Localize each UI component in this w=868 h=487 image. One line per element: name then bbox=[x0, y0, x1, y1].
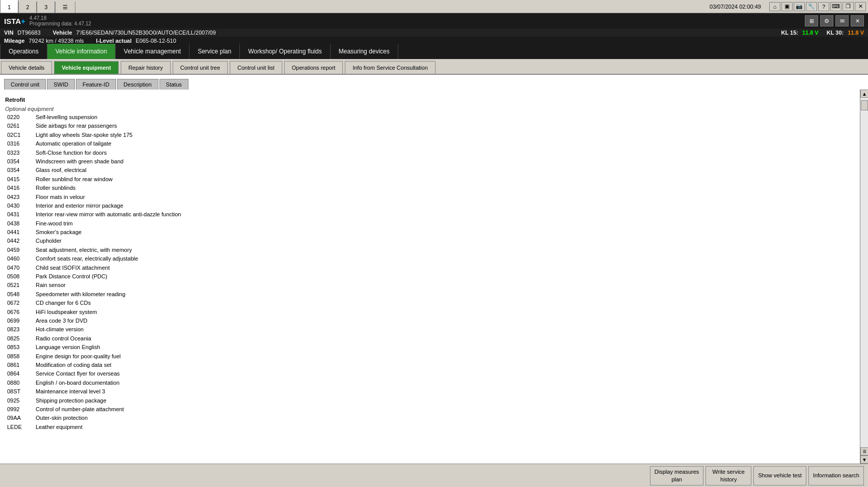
settings-icon-group: ⊞ ⚙ ✉ ✕ bbox=[805, 15, 864, 26]
prog-version-value: 4.47.12 bbox=[74, 21, 91, 26]
nav-tab-operations[interactable]: Operations bbox=[0, 44, 47, 59]
display-measures-btn[interactable]: Display measures plan bbox=[650, 466, 703, 485]
subnav-control-unit-tree[interactable]: Control unit tree bbox=[173, 61, 228, 74]
equipment-description: Radio control Oceania bbox=[36, 335, 91, 342]
content-scroll-area: Retrofit Optional equipment 0220Self-lev… bbox=[0, 90, 868, 464]
window-tab-list[interactable]: ☰ bbox=[55, 2, 75, 13]
nav-tab-measuring[interactable]: Measuring devices bbox=[331, 44, 398, 59]
main-content: Control unit SWID Feature-ID Description… bbox=[0, 75, 868, 487]
camera-btn[interactable]: 📷 bbox=[794, 2, 805, 11]
close-btn[interactable]: ✕ bbox=[855, 2, 866, 11]
keyboard-btn[interactable]: ⌨ bbox=[830, 2, 842, 11]
equipment-description: Leather equipment bbox=[36, 423, 83, 431]
equipment-row: 0459Seat adjustment, electric, with memo… bbox=[5, 246, 855, 254]
nav-tab-vehicle-mgmt[interactable]: Vehicle management bbox=[116, 44, 189, 59]
equipment-code: 0672 bbox=[7, 299, 28, 307]
equipment-row: 0861Modification of coding data set bbox=[5, 361, 855, 369]
right-scrollbar[interactable]: ▲ ≡ ▼ bbox=[860, 90, 868, 464]
wrench-btn[interactable]: 🔧 bbox=[806, 2, 817, 11]
equipment-row: 0880English / on-board documentation bbox=[5, 379, 855, 387]
equipment-code: 0853 bbox=[7, 343, 28, 351]
window-tab-1[interactable]: 1 bbox=[0, 0, 18, 13]
subnav-vehicle-details[interactable]: Vehicle details bbox=[1, 61, 52, 74]
equipment-code: 0880 bbox=[7, 379, 28, 387]
equipment-description: Windscreen with green shade band bbox=[36, 158, 123, 165]
kl30-label: KL 30: bbox=[827, 30, 844, 36]
write-service-btn[interactable]: Write service history bbox=[706, 466, 751, 485]
equipment-code: 0858 bbox=[7, 353, 28, 360]
scrollbar-track bbox=[860, 98, 868, 447]
equipment-code: 0460 bbox=[7, 255, 28, 263]
equipment-code: 0423 bbox=[7, 193, 28, 201]
restore-btn[interactable]: ❐ bbox=[843, 2, 854, 11]
equipment-description: Interior rear-view mirror with automatic… bbox=[36, 211, 181, 218]
equipment-code: 0416 bbox=[7, 184, 28, 192]
mail-icon-btn[interactable]: ✉ bbox=[835, 15, 849, 26]
equipment-code: 0442 bbox=[7, 237, 28, 245]
equipment-row: 0508Park Distance Control (PDC) bbox=[5, 272, 855, 281]
equipment-code: 0415 bbox=[7, 176, 28, 183]
equipment-description: Roller sunblinds bbox=[36, 184, 75, 192]
equipment-row: 0858Engine design for poor-quality fuel bbox=[5, 352, 855, 361]
subnav-control-unit-list[interactable]: Control unit list bbox=[230, 61, 282, 74]
equipment-row: 0699Area code 3 for DVD bbox=[5, 317, 855, 325]
subnav-vehicle-equip[interactable]: Vehicle equipment bbox=[54, 61, 119, 74]
show-vehicle-test-btn[interactable]: Show vehicle test bbox=[753, 466, 806, 485]
subnav-operations-report[interactable]: Operations report bbox=[284, 61, 343, 74]
close2-icon-btn[interactable]: ✕ bbox=[851, 15, 864, 26]
equipment-description: Shipping protection package bbox=[36, 397, 106, 405]
equipment-code: 0430 bbox=[7, 202, 28, 210]
bottom-toolbar: Display measures plan Write service hist… bbox=[0, 464, 868, 487]
information-search-btn[interactable]: Information search bbox=[808, 466, 864, 485]
scroll-down-btn[interactable]: ▼ bbox=[860, 455, 868, 464]
inner-tab-status[interactable]: Status bbox=[159, 79, 188, 90]
equipment-code: 0323 bbox=[7, 149, 28, 157]
window-tab-2[interactable]: 2 bbox=[18, 2, 37, 13]
equipment-code: 0925 bbox=[7, 397, 28, 405]
home-btn[interactable]: ⌂ bbox=[769, 2, 780, 11]
subnav-repair-history[interactable]: Repair history bbox=[121, 61, 171, 74]
equipment-row: 0441Smoker's package bbox=[5, 228, 855, 237]
equipment-row: 0825Radio control Oceania bbox=[5, 334, 855, 343]
monitor-btn[interactable]: ▣ bbox=[781, 2, 793, 11]
nav-tab-service-plan[interactable]: Service plan bbox=[189, 44, 240, 59]
gear-icon-btn[interactable]: ⚙ bbox=[820, 15, 833, 26]
grid-icon-btn[interactable]: ⊞ bbox=[805, 15, 818, 26]
inner-tab-description[interactable]: Description bbox=[117, 79, 158, 90]
help-btn[interactable]: ? bbox=[818, 2, 829, 11]
vin-value: DT96683 bbox=[17, 30, 40, 36]
window-tab-3[interactable]: 3 bbox=[37, 2, 55, 13]
equipment-code: 0354 bbox=[7, 158, 28, 165]
equipment-code: 0521 bbox=[7, 281, 28, 289]
retrofit-header: Retrofit bbox=[5, 97, 855, 103]
app-logo: ISTA+ bbox=[4, 17, 25, 25]
kl30-value: 11.8 V bbox=[848, 30, 864, 36]
equipment-row: 0416Roller sunblinds bbox=[5, 184, 855, 192]
equipment-description: Side airbags for rear passengers bbox=[36, 122, 117, 130]
inner-tab-control-unit[interactable]: Control unit bbox=[4, 79, 46, 90]
equipment-row: 0470Child seat ISOFIX attachment bbox=[5, 264, 855, 272]
kl15-label: KL 15: bbox=[781, 30, 798, 36]
scroll-up-btn[interactable]: ▲ bbox=[860, 90, 868, 98]
app-version: 4.47.18 bbox=[30, 15, 91, 21]
scrollbar-mid: ≡ bbox=[860, 447, 868, 455]
equipment-description: Outer-skin protection bbox=[36, 414, 88, 422]
equipment-row: 0925Shipping protection package bbox=[5, 396, 855, 405]
scrollbar-thumb[interactable] bbox=[861, 100, 868, 110]
subnav-info-service[interactable]: Info from Service Consultation bbox=[345, 61, 435, 74]
equipment-description: Child seat ISOFIX attachment bbox=[36, 264, 110, 272]
equipment-description: Maintenance interval level 3 bbox=[36, 388, 105, 395]
plus-symbol: + bbox=[21, 17, 25, 25]
equipment-code: 0441 bbox=[7, 228, 28, 236]
nav-tab-vehicle-info[interactable]: Vehicle information bbox=[47, 44, 116, 59]
mileage-value: 79242 km / 49238 mls bbox=[29, 38, 84, 44]
inner-tab-feature-id[interactable]: Feature-ID bbox=[76, 79, 116, 90]
inner-tab-swid[interactable]: SWID bbox=[47, 79, 75, 90]
equipment-code: 0261 bbox=[7, 122, 28, 130]
kl15-value: 11.8 V bbox=[802, 30, 819, 36]
nav-tab-workshop[interactable]: Workshop/ Operating fluids bbox=[240, 44, 331, 59]
equipment-description: Speedometer with kilometer reading bbox=[36, 291, 125, 298]
equipment-description: Floor mats in velour bbox=[36, 193, 85, 201]
inner-tabs-row: Control unit SWID Feature-ID Description… bbox=[0, 75, 868, 90]
equipment-row: 0460Comfort seats rear, electrically adj… bbox=[5, 254, 855, 263]
